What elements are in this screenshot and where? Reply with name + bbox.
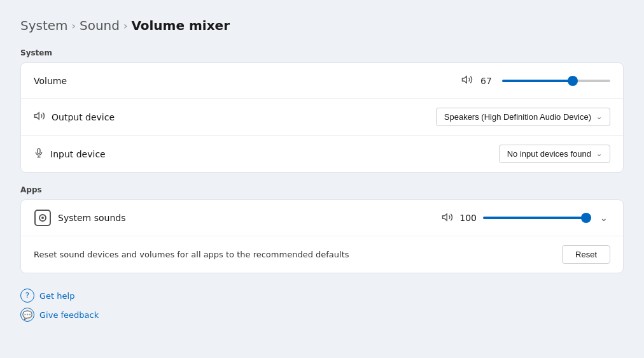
apps-section: Apps System sounds [20,185,624,273]
system-sounds-icon [34,209,52,227]
volume-label-container: Volume [34,76,461,86]
svg-marker-8 [443,213,447,220]
microphone-icon [34,147,44,161]
input-device-label: Input device [50,149,106,159]
system-sounds-speaker-icon [442,211,453,225]
system-sounds-slider-container [483,217,591,219]
output-device-right: Speakers (High Definition Audio Device) … [436,108,610,126]
volume-value: 67 [480,76,496,86]
breadcrumb-sound[interactable]: Sound [80,18,120,33]
reset-button[interactable]: Reset [562,245,610,264]
system-sounds-value: 100 [459,213,477,223]
get-help-label: Get help [39,291,74,301]
breadcrumb-system[interactable]: System [20,18,68,33]
system-card: Volume 67 [20,62,624,173]
input-device-chevron-icon: ⌄ [596,150,602,158]
system-sounds-label: System sounds [58,213,125,223]
breadcrumb: System › Sound › Volume mixer [20,18,624,33]
give-feedback-label: Give feedback [39,310,99,320]
reset-text: Reset sound devices and volumes for all … [34,250,562,259]
breadcrumb-sep-2: › [123,20,127,32]
svg-marker-1 [35,113,39,120]
output-device-label-container: Output device [34,110,436,124]
volume-slider[interactable] [502,80,610,82]
output-device-chevron-icon: ⌄ [596,113,602,121]
svg-point-7 [41,217,44,219]
input-device-dropdown[interactable]: No input devices found ⌄ [499,145,610,163]
get-help-link[interactable]: ? Get help [20,289,624,303]
input-device-right: No input devices found ⌄ [499,145,610,163]
get-help-icon: ? [20,289,34,303]
system-section: System Volume 67 [20,48,624,173]
output-speaker-icon [34,110,45,124]
svg-rect-2 [38,148,40,154]
system-sounds-label-container: System sounds [34,209,442,227]
footer-links: ? Get help 💬 Give feedback [20,289,624,322]
give-feedback-icon: 💬 [20,308,34,322]
system-section-label: System [20,48,624,57]
input-device-row: Input device No input devices found ⌄ [21,136,623,172]
system-sounds-controls: 100 ⌄ [442,211,610,225]
output-device-label: Output device [52,112,115,122]
breadcrumb-volume-mixer: Volume mixer [131,18,230,33]
input-device-value: No input devices found [507,149,591,159]
breadcrumb-sep-1: › [72,20,76,32]
reset-row: Reset sound devices and volumes for all … [21,236,623,273]
system-sounds-row: System sounds 100 ⌄ [21,200,623,236]
output-device-dropdown[interactable]: Speakers (High Definition Audio Device) … [436,108,610,126]
give-feedback-link[interactable]: 💬 Give feedback [20,308,624,322]
volume-controls: 67 [461,74,610,88]
volume-speaker-icon[interactable] [461,74,473,88]
system-sounds-expand-button[interactable]: ⌄ [598,211,610,224]
volume-slider-container [502,80,610,82]
apps-card: System sounds 100 ⌄ Reset sound de [20,199,624,273]
output-device-row: Output device Speakers (High Definition … [21,99,623,136]
volume-row: Volume 67 [21,63,623,99]
input-device-label-container: Input device [34,147,499,161]
svg-marker-0 [463,76,467,83]
output-device-value: Speakers (High Definition Audio Device) [444,112,591,122]
volume-label: Volume [34,76,67,86]
system-sounds-slider[interactable] [483,217,591,219]
apps-section-label: Apps [20,185,624,194]
